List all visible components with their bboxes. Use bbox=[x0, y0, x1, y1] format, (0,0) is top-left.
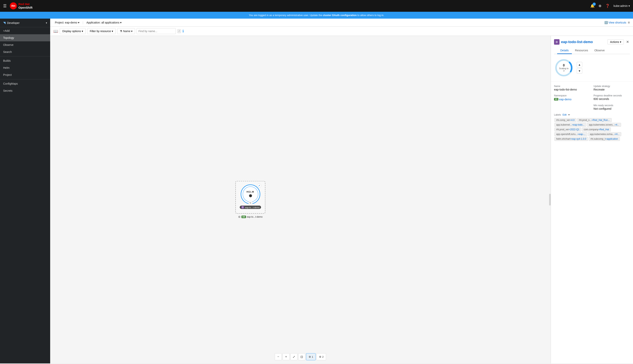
sidebar: ◥ Developer ▾ +Add Topology Observe Sear… bbox=[0, 18, 50, 364]
sidebar-item-secrets[interactable]: Secrets bbox=[0, 87, 50, 94]
node-deployment-label[interactable]: D eap-to...t-demo bbox=[240, 206, 261, 209]
label-value: =H... bbox=[614, 133, 620, 136]
external-link-icon[interactable]: ↗ bbox=[257, 184, 261, 188]
nav-icons: 🔔 1 ⊕ ❓ kube:admin ▾ bbox=[590, 4, 630, 8]
project-chevron-icon: ▾ bbox=[78, 21, 79, 24]
banner-link[interactable]: cluster OAuth configuration bbox=[323, 14, 357, 17]
help-circle-icon: ℹ️ bbox=[604, 21, 608, 24]
toolbar-separator: | bbox=[82, 21, 83, 24]
label-key: app.openshift.io/ru... bbox=[556, 133, 578, 136]
fit-to-screen-button[interactable]: ⤢ bbox=[290, 353, 298, 360]
sidebar-item-observe[interactable]: Observe bbox=[0, 41, 50, 48]
zoom-tab-1[interactable]: ⚙ 1 bbox=[306, 353, 316, 360]
update-strategy-label: Update strategy bbox=[594, 85, 630, 88]
scale-up-button[interactable]: ▲ bbox=[577, 62, 582, 68]
label-tag: rht.comp_ver=4.0 bbox=[554, 118, 576, 122]
tab-resources[interactable]: Resources bbox=[572, 47, 591, 54]
zoom-tab-2-label: 2 bbox=[322, 356, 324, 358]
tab-details[interactable]: Details bbox=[557, 47, 572, 54]
notification-badge: 1 bbox=[593, 2, 596, 6]
zoom-in-button[interactable]: + bbox=[282, 353, 290, 360]
topology-canvas[interactable]: ↗ HELM ⎈ ↻ D eap-to...t-demo bbox=[50, 36, 551, 364]
node-sub-resource[interactable]: ⚙ HR eap-to...t-demo bbox=[235, 215, 266, 218]
tab-observe[interactable]: Observe bbox=[591, 47, 608, 54]
chevron-down-icon: ▾ bbox=[46, 22, 47, 24]
name-filter-dropdown[interactable]: ⚗ Name ▾ bbox=[117, 28, 135, 34]
display-options-button[interactable]: Display options ▾ bbox=[60, 28, 86, 34]
filter-info-icon[interactable]: ℹ bbox=[182, 29, 184, 33]
scroll-handle[interactable] bbox=[549, 194, 551, 206]
actions-button[interactable]: Actions ▾ bbox=[608, 40, 624, 44]
detail-progress: Progress deadline seconds 600 seconds bbox=[594, 94, 630, 101]
label-tag: rht.prod_n...=Red_Hat_Run... bbox=[577, 118, 612, 122]
role-name: Developer bbox=[7, 21, 20, 24]
helm-node-group[interactable]: ↗ HELM ⎈ ↻ D eap-to...t-demo bbox=[235, 181, 266, 218]
detail-namespace: Namespace NS eap-demo bbox=[554, 94, 590, 101]
brand-os: OpenShift bbox=[18, 6, 32, 10]
detail-name: Name eap-todo-list-demo bbox=[554, 85, 590, 91]
label-key: app.kubernet... bbox=[556, 124, 572, 126]
view-shortcuts-button[interactable]: ℹ️ View shortcuts bbox=[604, 21, 626, 24]
close-panel-button[interactable]: ✕ bbox=[625, 39, 630, 45]
sidebar-item-topology[interactable]: Topology bbox=[0, 34, 50, 41]
actions-label: Actions bbox=[610, 40, 619, 44]
info-banner: You are logged in as a temporary adminis… bbox=[0, 12, 633, 18]
find-by-name-input[interactable] bbox=[136, 28, 176, 34]
bell-icon[interactable]: 🔔 1 bbox=[590, 4, 594, 8]
node-outer-ring[interactable]: ↗ HELM ⎈ ↻ bbox=[241, 184, 260, 204]
user-menu[interactable]: kube:admin ▾ bbox=[614, 4, 630, 8]
label-tag: app.openshift.io/ru...=eap-... bbox=[554, 132, 587, 136]
helm-logo: HELM ⎈ bbox=[246, 190, 254, 198]
help-icon[interactable]: ❓ bbox=[605, 4, 610, 8]
filter-by-resource-button[interactable]: Filter by resource ▾ bbox=[87, 28, 116, 34]
node-group-container[interactable]: ↗ HELM ⎈ ↻ D eap-to...t-demo bbox=[235, 181, 266, 214]
sidebar-item-project[interactable]: Project bbox=[0, 71, 50, 78]
brand-red: Red Hat bbox=[18, 2, 32, 6]
toolbar-right: ℹ️ View shortcuts ≡ bbox=[604, 20, 630, 25]
detail-min-ready: Min ready seconds Not configured bbox=[594, 104, 630, 110]
add-label: +Add bbox=[3, 29, 10, 32]
scale-down-button[interactable]: ▼ bbox=[577, 68, 582, 74]
zoom-out-button[interactable]: − bbox=[275, 353, 282, 360]
display-options-label: Display options bbox=[62, 30, 81, 33]
sidebar-item-helm[interactable]: Helm bbox=[0, 64, 50, 71]
sidebar-item-configmaps[interactable]: ConfigMaps bbox=[0, 80, 50, 87]
book-icon[interactable]: 📖 bbox=[53, 29, 58, 34]
label-value: =2022-Q1 bbox=[569, 128, 580, 131]
topology-label: Topology bbox=[3, 36, 14, 40]
role-switcher[interactable]: ◥ Developer ▾ bbox=[0, 18, 50, 27]
label-value: =application bbox=[605, 138, 618, 140]
update-strategy-value: Recreate bbox=[594, 88, 630, 91]
helm-label: Helm bbox=[3, 66, 10, 69]
sidebar-item-builds[interactable]: Builds bbox=[0, 57, 50, 64]
node-sub-label: eap-to...t-demo bbox=[247, 216, 262, 218]
reset-view-button[interactable]: ⊡ bbox=[298, 353, 305, 360]
builds-label: Builds bbox=[3, 59, 10, 62]
view-shortcuts-label: View shortcuts bbox=[608, 21, 626, 24]
namespace-link[interactable]: eap-demo bbox=[559, 98, 572, 101]
zoom-tab-2[interactable]: ⚙ 2 bbox=[316, 353, 326, 360]
name-filter-chevron-icon: ▾ bbox=[131, 30, 132, 33]
list-view-icon[interactable]: ≡ bbox=[628, 20, 630, 25]
label-key: rht.subcomp_t bbox=[590, 138, 605, 140]
project-label: Project: eap-demo bbox=[55, 21, 77, 24]
app-label: Application: all applications bbox=[86, 21, 119, 24]
app-selector[interactable]: Application: all applications ▾ bbox=[85, 20, 123, 25]
plus-icon[interactable]: ⊕ bbox=[598, 4, 602, 8]
filter-by-resource-label: Filter by resource bbox=[90, 30, 111, 33]
zoom-controls: − + ⤢ ⊡ ⚙ 1 ⚙ 2 bbox=[275, 353, 326, 360]
configmaps-label: ConfigMaps bbox=[3, 82, 18, 85]
brand-logo: RH Red Hat OpenShift bbox=[10, 2, 32, 10]
refresh-icon[interactable]: ↻ bbox=[248, 201, 252, 205]
label-key: app.kubernetes.io/vers... bbox=[589, 124, 614, 126]
progress-value: 600 seconds bbox=[594, 97, 630, 100]
detail-update-strategy: Update strategy Recreate bbox=[594, 85, 630, 91]
edit-labels-button[interactable]: Edit bbox=[562, 114, 566, 116]
project-label: Project bbox=[3, 73, 12, 76]
sidebar-item-add[interactable]: +Add bbox=[0, 27, 50, 34]
project-selector[interactable]: Project: eap-demo ▾ bbox=[53, 20, 81, 25]
labels-title: Labels bbox=[554, 114, 561, 116]
hamburger-menu[interactable]: ☰ bbox=[3, 4, 7, 8]
label-tag: helm.sh/chart=eap-xp4-1.0.0 bbox=[554, 137, 588, 141]
sidebar-item-search[interactable]: Search bbox=[0, 48, 50, 56]
